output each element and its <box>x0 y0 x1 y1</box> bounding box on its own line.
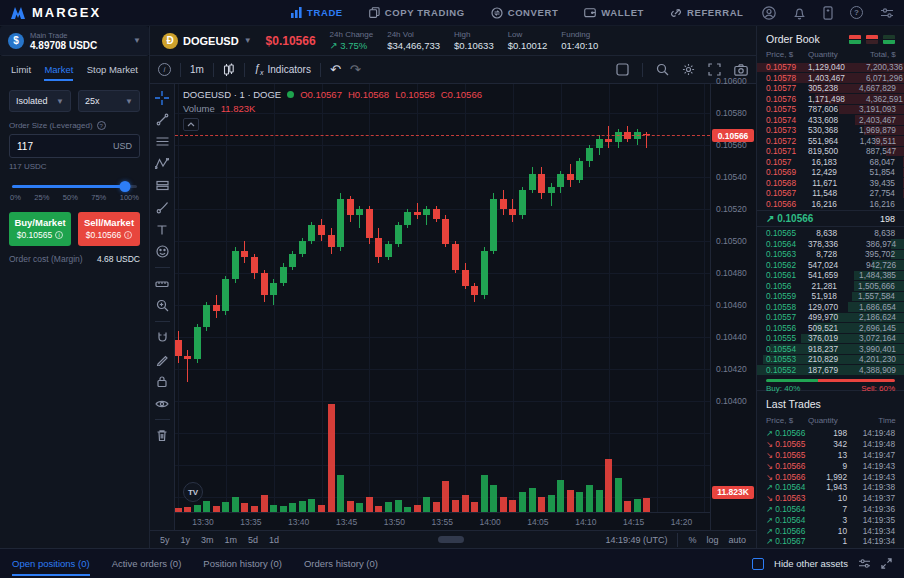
slider-tick-label[interactable]: 100% <box>120 193 139 202</box>
orderbook-ask-row[interactable]: 0.1056711,54827,754 <box>757 188 904 199</box>
legend-collapse-icon[interactable] <box>183 118 199 131</box>
nav-wallet[interactable]: WALLET <box>584 7 644 18</box>
crosshair-icon[interactable] <box>155 90 170 105</box>
orderbook-bid-row[interactable]: 0.10555376,0193,072,164 <box>757 333 904 344</box>
margex-logo[interactable]: MARGEX <box>10 5 101 20</box>
orderbook-ask-row[interactable]: 0.10571819,500887,547 <box>757 146 904 157</box>
search-icon[interactable] <box>656 63 669 76</box>
log-scale-button[interactable]: log <box>706 535 718 545</box>
orderbook-bid-row[interactable]: 0.1055951,9181,557,584 <box>757 291 904 302</box>
undo-icon[interactable]: ↶ <box>330 62 341 77</box>
size-slider-track[interactable] <box>12 185 137 188</box>
tab-stop-market[interactable]: Stop Market <box>87 64 138 81</box>
fullscreen-icon[interactable] <box>708 63 721 76</box>
tab-limit[interactable]: Limit <box>11 64 31 81</box>
layout-icon[interactable] <box>616 63 629 76</box>
trendline-icon[interactable] <box>155 112 170 127</box>
orderbook-ask-row[interactable]: 0.10572551,9641,439,511 <box>757 136 904 147</box>
interval-button[interactable]: 1m <box>190 64 204 75</box>
orderbook-bid-row[interactable]: 0.10561541,6591,484,385 <box>757 270 904 281</box>
sell-market-button[interactable]: Sell/Market $0.10566i <box>78 212 140 246</box>
range-5d[interactable]: 5d <box>248 535 258 545</box>
emoji-icon[interactable] <box>155 244 170 259</box>
orderbook-bid-row[interactable]: 0.10556509,5212,696,145 <box>757 323 904 334</box>
tab-active-orders[interactable]: Active orders (0) <box>112 551 182 576</box>
legend-symbol[interactable]: DOGEUSD · 1 · DOGE <box>183 89 281 100</box>
orderbook-bid-row[interactable]: 0.10553210,8294,201,230 <box>757 354 904 365</box>
margin-mode-select[interactable]: Isolated ▼ <box>9 90 71 112</box>
orderbook-ask-row[interactable]: 0.105781,403,4676,071,296 <box>757 73 904 84</box>
chart-clock[interactable]: 14:19:49 (UTC) <box>605 535 667 545</box>
orderbook-bid-row[interactable]: 0.105621,2811,505,666 <box>757 281 904 292</box>
orderbook-ask-row[interactable]: 0.105791,129,0407,200,336 <box>757 62 904 73</box>
orderbook-ask-row[interactable]: 0.1056811,67139,435 <box>757 178 904 189</box>
xabcd-pattern-icon[interactable] <box>155 156 170 171</box>
nav-copy-trading[interactable]: COPY TRADING <box>369 7 465 18</box>
columns-settings-icon[interactable] <box>858 558 871 569</box>
orderbook-ask-row[interactable]: 0.10573530,3681,969,879 <box>757 125 904 136</box>
orderbook-bid-row[interactable]: 0.10557499,9702,186,624 <box>757 312 904 323</box>
brush-icon[interactable] <box>155 200 170 215</box>
leverage-select[interactable]: 25x ▼ <box>78 90 140 112</box>
mobile-app-icon[interactable] <box>823 6 833 20</box>
hide-drawings-icon[interactable] <box>155 396 170 411</box>
range-5y[interactable]: 5y <box>160 535 170 545</box>
percent-scale-button[interactable]: % <box>688 535 696 545</box>
ruler-icon[interactable] <box>155 276 170 291</box>
orderbook-ask-row[interactable]: 0.1056616,21616,216 <box>757 199 904 210</box>
tab-market[interactable]: Market <box>44 64 73 81</box>
range-1y[interactable]: 1y <box>181 535 191 545</box>
expand-icon[interactable] <box>881 558 892 569</box>
trash-icon[interactable] <box>155 428 170 443</box>
range-1m[interactable]: 1m <box>225 535 238 545</box>
slider-tick-label[interactable]: 25% <box>34 193 49 202</box>
price-axis[interactable]: 0.106000.105800.105600.105400.105200.105… <box>710 84 756 530</box>
info-icon[interactable]: ? <box>97 121 106 130</box>
tradingview-logo[interactable]: TV <box>183 482 203 502</box>
orderbook-ask-row[interactable]: 0.105716,18368,047 <box>757 157 904 168</box>
indicators-button[interactable]: ƒx Indicators <box>254 62 311 76</box>
orderbook-bid-row[interactable]: 0.10554918,2373,990,401 <box>757 344 904 355</box>
orderbook-bid-row[interactable]: 0.105638,728395,702 <box>757 249 904 260</box>
position-tool-icon[interactable] <box>155 178 170 193</box>
time-axis[interactable]: 13:3013:3513:4013:4513:5013:5514:0014:05… <box>175 512 710 530</box>
slider-tick-label[interactable]: 75% <box>91 193 106 202</box>
range-1d[interactable]: 1d <box>269 535 279 545</box>
hide-other-assets-checkbox[interactable] <box>752 558 764 570</box>
help-icon[interactable]: ? <box>850 6 863 19</box>
preferences-sliders-icon[interactable] <box>880 7 894 19</box>
symbol-selector[interactable]: Ð DOGEUSD ▼ <box>162 33 252 49</box>
orderbook-ask-row[interactable]: 0.105761,171,4984,362,591 <box>757 94 904 105</box>
orderbook-ask-row[interactable]: 0.10574433,6082,403,467 <box>757 115 904 126</box>
settings-gear-icon[interactable] <box>682 63 695 76</box>
orderbook-bid-row[interactable]: 0.10558129,0701,686,654 <box>757 302 904 313</box>
nav-convert[interactable]: CONVERT <box>491 7 559 19</box>
tab-position-history[interactable]: Position history (0) <box>203 551 282 576</box>
size-slider-thumb[interactable] <box>119 181 130 192</box>
orderbook-ask-row[interactable]: 0.10575787,6063,191,093 <box>757 104 904 115</box>
orderbook-ask-row[interactable]: 0.10577305,2384,667,829 <box>757 83 904 94</box>
order-size-input[interactable] <box>17 141 97 152</box>
symbol-info-icon[interactable]: i <box>158 63 171 76</box>
spread-row[interactable]: ↗ 0.10566 198 <box>757 210 904 227</box>
horizontal-lines-icon[interactable] <box>155 134 170 149</box>
auto-scale-button[interactable]: auto <box>728 535 746 545</box>
text-tool-icon[interactable] <box>155 222 170 237</box>
account-selector[interactable]: $ Main Trade 4.89708 USDC ▼ <box>0 26 149 56</box>
buy-market-button[interactable]: Buy/Market $0.10565i <box>9 212 71 246</box>
orderbook-ask-row[interactable]: 0.1056912,42951,854 <box>757 167 904 178</box>
orderbook-bid-row[interactable]: 0.105658,6388,638 <box>757 228 904 239</box>
orderbook-bid-row[interactable]: 0.10552187,6794,388,909 <box>757 365 904 376</box>
slider-tick-label[interactable]: 50% <box>63 193 78 202</box>
zoom-in-icon[interactable] <box>155 298 170 313</box>
nav-trade[interactable]: TRADE <box>291 7 343 18</box>
slider-tick-label[interactable]: 0% <box>10 193 21 202</box>
orderbook-bid-row[interactable]: 0.10562547,024942,726 <box>757 260 904 271</box>
notifications-bell-icon[interactable] <box>793 6 806 20</box>
magnet-icon[interactable] <box>155 330 170 345</box>
book-bids-icon[interactable] <box>883 35 895 44</box>
chart-canvas[interactable]: DOGEUSD · 1 · DOGE O0.10567H0.10568L0.10… <box>175 84 710 512</box>
range-3m[interactable]: 3m <box>201 535 214 545</box>
nav-referral[interactable]: REFERRAL <box>670 7 744 19</box>
tab-open-positions[interactable]: Open positions (0) <box>12 551 90 576</box>
